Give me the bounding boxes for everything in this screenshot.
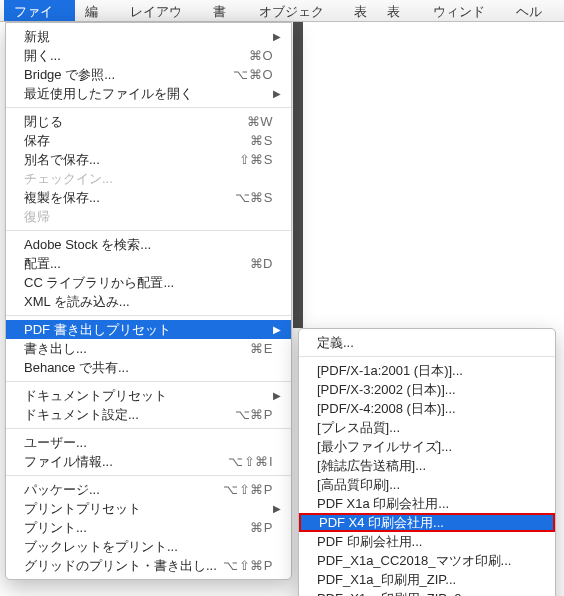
menu-item-doc-setup[interactable]: ドキュメント設定...⌥⌘P [6,405,291,424]
submenu-item-x1a2001[interactable]: [PDF/X-1a:2001 (日本)]... [299,361,555,380]
menu-item-user[interactable]: ユーザー... [6,433,291,452]
separator [299,356,555,357]
menu-file[interactable]: ファイル [4,0,75,21]
separator [6,315,291,316]
submenu-item-x32002[interactable]: [PDF/X-3:2002 (日本)]... [299,380,555,399]
separator [6,475,291,476]
menu-view[interactable]: 表示 [377,0,422,21]
separator [6,230,291,231]
menu-item-revert: 復帰 [6,207,291,226]
menu-item-save[interactable]: 保存⌘S [6,131,291,150]
menu-layout[interactable]: レイアウト [120,0,203,21]
menu-item-pdf-preset[interactable]: PDF 書き出しプリセット▶ [6,320,291,339]
submenu-item-x42008[interactable]: [PDF/X-4:2008 (日本)]... [299,399,555,418]
menu-item-stock[interactable]: Adobe Stock を検索... [6,235,291,254]
submenu-item-pdf-print[interactable]: PDF 印刷会社用... [299,532,555,551]
menu-item-bridge[interactable]: Bridge で参照...⌥⌘O [6,65,291,84]
menu-item-package[interactable]: パッケージ...⌥⇧⌘P [6,480,291,499]
menu-window[interactable]: ウィンドウ [423,0,506,21]
submenu-item-zip0[interactable]: PDF_X1a_印刷用_ZIP_0mm [299,589,555,596]
submenu-item-x1a-print[interactable]: PDF X1a 印刷会社用... [299,494,555,513]
chevron-right-icon: ▶ [273,390,281,401]
chevron-right-icon: ▶ [273,31,281,42]
menu-table[interactable]: 表 [344,0,377,21]
document-canvas [303,22,564,328]
menu-item-grid-print[interactable]: グリッドのプリント・書き出し...⌥⇧⌘P [6,556,291,575]
menu-item-export[interactable]: 書き出し...⌘E [6,339,291,358]
menu-type[interactable]: 書式 [203,0,248,21]
menu-item-recent[interactable]: 最近使用したファイルを開く▶ [6,84,291,103]
menu-item-booklet[interactable]: ブックレットをプリント... [6,537,291,556]
menu-item-checkin: チェックイン... [6,169,291,188]
menu-item-file-info[interactable]: ファイル情報...⌥⇧⌘I [6,452,291,471]
menu-item-place[interactable]: 配置...⌘D [6,254,291,273]
separator [6,381,291,382]
menu-item-cc-lib[interactable]: CC ライブラリから配置... [6,273,291,292]
submenu-item-press[interactable]: [プレス品質]... [299,418,555,437]
file-menu-dropdown: 新規▶ 開く...⌘O Bridge で参照...⌥⌘O 最近使用したファイルを… [5,22,292,580]
chevron-right-icon: ▶ [273,324,281,335]
menu-item-print[interactable]: プリント...⌘P [6,518,291,537]
menu-item-new[interactable]: 新規▶ [6,27,291,46]
menu-object[interactable]: オブジェクト [249,0,345,21]
submenu-item-zip[interactable]: PDF_X1a_印刷用_ZIP... [299,570,555,589]
submenu-item-define[interactable]: 定義... [299,333,555,352]
menu-help[interactable]: ヘルプ [506,0,564,21]
submenu-item-cc2018[interactable]: PDF_X1a_CC2018_マツオ印刷... [299,551,555,570]
submenu-item-smallest[interactable]: [最小ファイルサイズ]... [299,437,555,456]
chevron-right-icon: ▶ [273,503,281,514]
menu-item-save-copy[interactable]: 複製を保存...⌥⌘S [6,188,291,207]
menu-item-print-preset[interactable]: プリントプリセット▶ [6,499,291,518]
menu-item-close[interactable]: 閉じる⌘W [6,112,291,131]
separator [6,107,291,108]
submenu-item-x4-print[interactable]: PDF X4 印刷会社用... [299,513,555,532]
separator [6,428,291,429]
menu-item-doc-preset[interactable]: ドキュメントプリセット▶ [6,386,291,405]
menubar: ファイル 編集 レイアウト 書式 オブジェクト 表 表示 ウィンドウ ヘルプ [0,0,564,22]
menu-item-behance[interactable]: Behance で共有... [6,358,291,377]
submenu-item-highqual[interactable]: [高品質印刷]... [299,475,555,494]
menu-item-save-as[interactable]: 別名で保存...⇧⌘S [6,150,291,169]
chevron-right-icon: ▶ [273,88,281,99]
menu-item-open[interactable]: 開く...⌘O [6,46,291,65]
menu-item-xml[interactable]: XML を読み込み... [6,292,291,311]
pdf-preset-submenu: 定義... [PDF/X-1a:2001 (日本)]... [PDF/X-3:2… [298,328,556,596]
menu-edit[interactable]: 編集 [75,0,120,21]
submenu-item-magazine[interactable]: [雑誌広告送稿用]... [299,456,555,475]
